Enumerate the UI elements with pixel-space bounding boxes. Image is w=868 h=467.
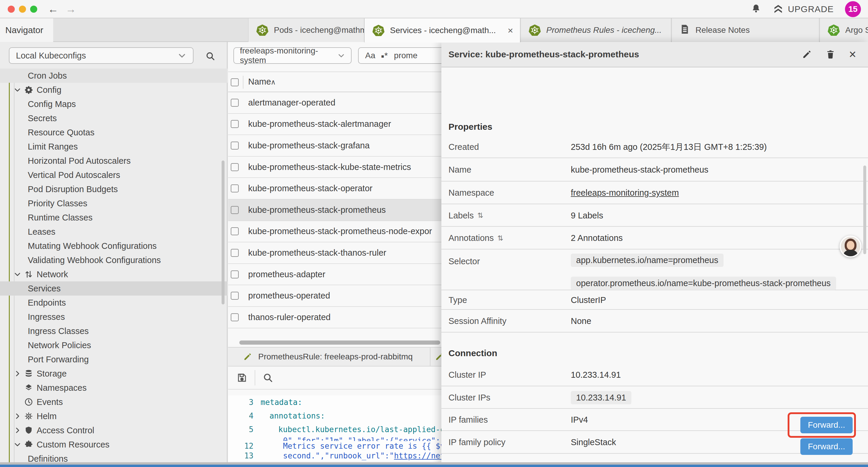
save-icon[interactable] xyxy=(236,372,248,383)
sidebar-item[interactable]: Limit Ranges xyxy=(0,140,227,154)
table-row[interactable]: kube-prometheus-stack-thanos-ruler xyxy=(228,242,441,264)
tab-prometheus-rules[interactable]: Prometheus Rules - icecheng... xyxy=(521,18,671,42)
sidebar-item[interactable]: Priority Classes xyxy=(0,196,227,210)
upgrade-button[interactable]: UPGRADE xyxy=(773,4,834,15)
sidebar-item[interactable]: Network xyxy=(0,267,227,282)
service-name: prometheus-operated xyxy=(228,291,330,300)
table-row[interactable]: kube-prometheus-stack-prometheus-node-ex… xyxy=(228,221,441,243)
sidebar-item[interactable]: Helm xyxy=(0,409,227,423)
tab-argo[interactable]: Argo Se xyxy=(819,18,868,42)
kubeconfig-selector[interactable]: Local Kubeconfigs xyxy=(9,47,193,64)
search-icon[interactable] xyxy=(205,51,216,61)
row-checkbox[interactable] xyxy=(231,227,239,235)
window-close-button[interactable] xyxy=(8,6,15,13)
sidebar-item-label: Runtime Classes xyxy=(28,213,92,223)
table-row[interactable]: kube-prometheus-stack-alertmanager xyxy=(228,114,441,135)
avatar[interactable] xyxy=(840,236,862,258)
regex-icon[interactable]: ■* xyxy=(381,51,388,61)
delete-service-button[interactable] xyxy=(825,49,836,60)
sidebar-item[interactable]: Ingresses xyxy=(0,310,227,324)
sidebar-item[interactable]: Custom Resources xyxy=(0,437,227,451)
table-row[interactable]: prometheus-adapter xyxy=(228,264,441,286)
sidebar-item-label: Limit Ranges xyxy=(28,142,78,152)
row-checkbox[interactable] xyxy=(231,249,239,257)
sidebar-item[interactable]: Leases xyxy=(0,225,227,239)
edit-service-button[interactable] xyxy=(802,49,812,60)
row-checkbox[interactable] xyxy=(231,270,239,279)
notification-count-badge[interactable]: 15 xyxy=(845,1,861,17)
name-column-header[interactable]: Name xyxy=(248,77,271,87)
table-search-input[interactable]: Aa ■* prome xyxy=(358,47,441,64)
sidebar-item[interactable]: Secrets xyxy=(0,111,227,125)
expand-labels-icon[interactable]: ⇅ xyxy=(477,211,483,220)
sidebar-item[interactable]: Endpoints xyxy=(0,296,227,310)
row-checkbox[interactable] xyxy=(231,163,239,171)
row-checkbox[interactable] xyxy=(231,99,239,107)
sidebar-item[interactable]: Namespaces xyxy=(0,381,227,395)
match-case-icon[interactable]: Aa xyxy=(365,51,375,60)
dock-tab-partial[interactable] xyxy=(431,348,441,366)
property-row-namespace: Namespace freeleaps-monitoring-system xyxy=(441,182,868,204)
tab-services[interactable]: Services - icecheng@math... × xyxy=(364,18,520,42)
row-checkbox[interactable] xyxy=(231,292,239,300)
chevron-icon xyxy=(17,228,28,236)
sidebar-item[interactable]: Events xyxy=(0,395,227,409)
namespace-selector[interactable]: freeleaps-monitoring-system xyxy=(234,47,351,64)
row-checkbox[interactable] xyxy=(231,184,239,193)
table-row[interactable]: kube-prometheus-stack-prometheus xyxy=(228,200,441,221)
table-row[interactable]: kube-prometheus-stack-kube-state-metrics xyxy=(228,157,441,178)
yaml-editor[interactable]: 3 metadata: 4 annotations: 5 kubectl.kub… xyxy=(228,396,441,461)
sidebar-item[interactable]: Vertical Pod Autoscalers xyxy=(0,168,227,182)
sidebar-item[interactable]: Port Forwarding xyxy=(0,352,227,367)
close-panel-button[interactable]: × xyxy=(849,49,856,60)
table-row[interactable]: prometheus-operated xyxy=(228,285,441,307)
property-row-created: Created 253d 16h 6m ago (2025年1月13日 GMT+… xyxy=(441,137,868,158)
sidebar-item[interactable]: Cron Jobs xyxy=(0,68,227,83)
horizontal-scrollbar[interactable] xyxy=(239,341,440,345)
sidebar-scrollbar[interactable] xyxy=(222,160,224,304)
kubernetes-icon xyxy=(372,24,385,37)
sort-ascending-icon[interactable]: ∧ xyxy=(271,78,276,86)
connection-heading: Connection xyxy=(448,348,497,358)
row-checkbox[interactable] xyxy=(231,313,239,321)
sidebar-item[interactable]: Config xyxy=(0,83,227,97)
service-name: kube-prometheus-stack-operator xyxy=(228,183,373,193)
sidebar-item[interactable]: Config Maps xyxy=(0,97,227,111)
expand-annotations-icon[interactable]: ⇅ xyxy=(497,234,503,242)
forward-port-8080-button[interactable]: Forward... xyxy=(800,438,852,455)
sidebar-item[interactable]: Validating Webhook Configurations xyxy=(0,253,227,267)
sidebar-item[interactable]: Resource Quotas xyxy=(0,125,227,140)
sidebar-item[interactable]: Network Policies xyxy=(0,338,227,352)
chevron-down-icon xyxy=(178,51,186,60)
window-zoom-button[interactable] xyxy=(30,6,37,13)
tab-close-icon[interactable]: × xyxy=(507,25,513,36)
editor-search-icon[interactable] xyxy=(262,372,274,383)
back-button[interactable]: ← xyxy=(46,2,61,17)
tab-pods[interactable]: Pods - icecheng@mathmas... xyxy=(248,18,364,42)
sidebar-item[interactable]: Storage xyxy=(0,367,227,381)
sidebar-item-label: Namespaces xyxy=(37,383,87,393)
tab-release-notes[interactable]: Release Notes xyxy=(672,18,819,42)
namespace-link[interactable]: freeleaps-monitoring-system xyxy=(571,188,679,198)
sidebar-item[interactable]: Services xyxy=(0,282,227,296)
sidebar-item[interactable]: Ingress Classes xyxy=(0,324,227,338)
forward-button[interactable]: → xyxy=(64,2,78,17)
row-checkbox[interactable] xyxy=(231,142,239,150)
sidebar-item[interactable]: Runtime Classes xyxy=(0,210,227,225)
row-checkbox[interactable] xyxy=(231,120,239,128)
sidebar-item[interactable]: Access Control xyxy=(0,423,227,437)
sidebar-item[interactable]: Mutating Webhook Configurations xyxy=(0,239,227,253)
table-row[interactable]: kube-prometheus-stack-grafana xyxy=(228,135,441,157)
sidebar-item[interactable]: Pod Disruption Budgets xyxy=(0,182,227,196)
table-row[interactable]: thanos-ruler-operated xyxy=(228,307,441,328)
row-checkbox[interactable] xyxy=(231,206,239,214)
table-row[interactable]: kube-prometheus-stack-operator xyxy=(228,178,441,200)
sidebar-item[interactable]: Horizontal Pod Autoscalers xyxy=(0,154,227,168)
select-all-checkbox[interactable] xyxy=(231,78,239,86)
dock-tab-prometheusrule[interactable]: PrometheusRule: freeleaps-prod-rabbitmq xyxy=(234,348,430,366)
navigator-panel-tab[interactable]: Navigator xyxy=(0,18,53,42)
table-row[interactable]: alertmanager-operated xyxy=(228,92,441,114)
panel-scrollbar[interactable] xyxy=(863,166,866,254)
notifications-bell-icon[interactable] xyxy=(751,3,761,15)
window-minimize-button[interactable] xyxy=(19,6,26,13)
